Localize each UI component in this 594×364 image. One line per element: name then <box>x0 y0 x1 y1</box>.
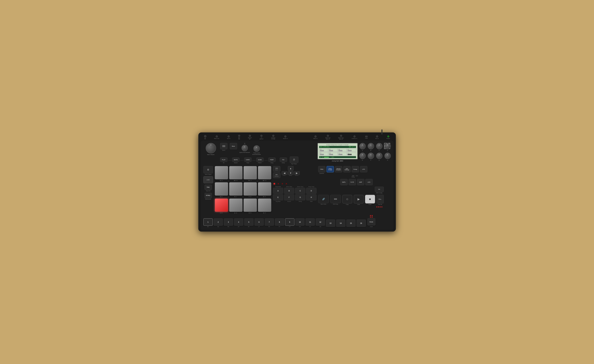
seq-btn-10[interactable]: 10 <box>295 218 305 226</box>
new-chain-button[interactable]: 🔗 <box>318 195 329 203</box>
fix-button[interactable]: FIX <box>280 158 287 162</box>
pad-1[interactable] <box>215 199 228 212</box>
trig-button[interactable]: TRIG <box>318 166 325 172</box>
pad-7[interactable] <box>243 182 257 196</box>
seq-btn-7[interactable]: 7 <box>265 218 274 226</box>
play-button[interactable]: PLAY <box>220 158 228 162</box>
seq-btn-11[interactable]: 11 <box>305 218 315 226</box>
utime-minus-button[interactable]: ◀ <box>282 171 287 175</box>
utime-plus-button[interactable]: ▶ <box>294 171 300 175</box>
fill-button[interactable]: FILL <box>376 195 384 204</box>
temp-jump-led <box>286 183 287 185</box>
knob-a[interactable] <box>359 143 366 149</box>
save-kit-button[interactable]: TRK <box>204 185 212 190</box>
pad-2[interactable] <box>229 199 243 212</box>
mute-mode-button[interactable]: MUTE <box>232 158 240 162</box>
center-panel: YES Save NO Reload <box>273 166 317 214</box>
knob-b[interactable] <box>368 143 374 149</box>
copy-button[interactable]: ○ <box>342 195 352 204</box>
seq-btn-14[interactable]: 14 <box>336 219 345 227</box>
seq-9-label: CH <box>289 226 290 227</box>
page-button[interactable]: PAGE <box>367 218 375 225</box>
smpl-button[interactable]: SMPL <box>340 179 348 185</box>
copy-wrap: ○ Copy <box>342 195 352 205</box>
seq-btn-5[interactable]: 5 <box>244 218 254 226</box>
knob-h[interactable] <box>385 153 391 159</box>
seq-btn-16[interactable]: 16 <box>357 219 366 227</box>
retrig-plus-button[interactable]: ▲ <box>288 166 294 171</box>
scene-btn-d[interactable]: D <box>306 188 316 194</box>
perf-button[interactable]: PERF <box>268 158 276 162</box>
scene-btn-h[interactable]: H <box>306 194 316 200</box>
quick-perf-knob[interactable] <box>242 145 248 151</box>
knob-c[interactable] <box>376 143 382 149</box>
pad-5[interactable] <box>215 182 228 196</box>
knob-g[interactable] <box>376 153 382 159</box>
amp-btn-wrap: AMP <box>357 179 364 185</box>
retrig-minus-button[interactable]: ▼ <box>288 171 294 175</box>
seq-btn-12[interactable]: 12 <box>316 218 325 226</box>
left-side: ⚙ Save Project LINK TRK Save Kit <box>203 166 213 214</box>
knob-f-wrap: F <box>368 153 374 161</box>
scene-btn-b[interactable]: B <box>284 188 294 194</box>
clear-button[interactable]: ▶ <box>354 195 364 204</box>
knob-e[interactable] <box>359 153 366 159</box>
seq-btn-2[interactable]: 2 <box>214 218 223 226</box>
lfo2-button[interactable]: LFO <box>365 179 373 185</box>
delay-assign-button[interactable]: Delay Assign <box>327 166 334 172</box>
gear-icon: ⚙ <box>207 168 209 171</box>
scne-button[interactable]: SCNE <box>256 158 263 162</box>
fx-button[interactable]: FX <box>375 187 384 192</box>
main-volume-knob[interactable] <box>206 143 216 153</box>
pad-11[interactable] <box>243 166 257 179</box>
tap-tempo-button[interactable]: ⏱ <box>290 157 298 163</box>
no-button[interactable]: NO Reload <box>273 172 280 178</box>
pad-8[interactable] <box>258 182 271 196</box>
pad-9[interactable] <box>215 166 228 179</box>
amp-button[interactable]: AMP <box>357 179 364 185</box>
reverb-button[interactable]: Reverb Samples <box>335 166 342 172</box>
pad-row-1: 9 CH 10 OH 11 <box>215 166 271 181</box>
knob-f[interactable] <box>368 153 374 159</box>
scene-btn-c[interactable]: C <box>295 188 305 194</box>
seq-btn-1[interactable]: 1 <box>203 218 213 226</box>
paste-button[interactable]: ■ <box>365 195 375 204</box>
seq-1-label: BD <box>207 226 209 227</box>
save-kit-label: Save Kit <box>206 190 210 192</box>
edit-song-label: Edit Song <box>333 204 338 205</box>
display-pattern: W001:A9TMLINJL <box>320 146 330 148</box>
seq-btn-3[interactable]: 3 <box>224 218 233 226</box>
pad-6[interactable] <box>229 182 243 196</box>
comp-button[interactable]: Comp <box>352 166 359 172</box>
chro-button[interactable]: CHRO <box>244 158 252 162</box>
link-button[interactable]: LINK <box>203 176 213 183</box>
yes-button[interactable]: YES Save <box>273 166 280 172</box>
dist-button[interactable]: Dist Settings <box>343 166 351 172</box>
scene-btn-f[interactable]: F <box>284 194 294 200</box>
pad-12[interactable] <box>258 166 271 179</box>
seq-btn-8[interactable]: 8 <box>275 218 284 226</box>
pad-10[interactable] <box>229 166 243 179</box>
seq-btn-9[interactable]: 9 <box>285 218 294 226</box>
seq-btn-6[interactable]: 6 <box>254 218 264 226</box>
scene-btn-g[interactable]: G <box>295 194 305 200</box>
direct-button[interactable] <box>220 143 228 149</box>
fltr-button[interactable]: FLTR <box>349 179 356 185</box>
knob-d[interactable] <box>385 143 391 149</box>
seq-btn-4[interactable]: 4 <box>234 218 243 226</box>
seq-btn-13[interactable]: 13 <box>326 219 335 227</box>
track-level-knob[interactable] <box>253 145 260 152</box>
scene-btn-a[interactable]: A <box>273 188 283 194</box>
scene-btn-e[interactable]: E <box>273 194 283 200</box>
mute-button[interactable]: Mute <box>230 143 237 149</box>
knob-g-label: G <box>379 159 380 161</box>
pad-4[interactable] <box>258 199 271 212</box>
edit-song-button[interactable] <box>330 195 341 203</box>
seq-btn-15[interactable]: 15 <box>346 219 356 227</box>
pad-3[interactable] <box>243 199 257 212</box>
knob-c-wrap: C <box>376 143 382 151</box>
save-project-button[interactable]: ⚙ <box>203 166 213 173</box>
seq-16-wrap: 16 <box>357 219 366 227</box>
lfo-button[interactable]: LFO <box>360 166 367 172</box>
metronome-button[interactable]: RTRG <box>204 193 212 198</box>
